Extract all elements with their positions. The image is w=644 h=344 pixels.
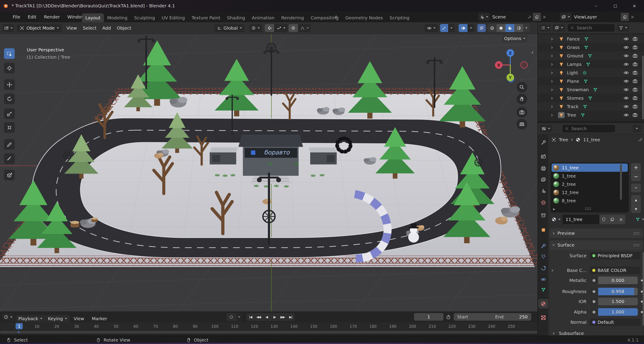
material-slot[interactable]: 11_tree (552, 164, 628, 172)
viewport-3d[interactable]: боравто (0, 22, 538, 312)
properties-editor-button[interactable] (540, 125, 552, 132)
base-color-button[interactable]: BASE COLOR (590, 267, 640, 274)
proportional-edit-toggle[interactable] (288, 24, 298, 32)
orientation-dropdown[interactable]: Global (214, 24, 245, 32)
tool-cursor[interactable] (4, 63, 15, 73)
workspace-tab[interactable]: Animation (248, 13, 278, 22)
outliner-row[interactable]: Track (538, 102, 644, 111)
outliner-row[interactable]: Snowman (538, 85, 644, 94)
add-workspace-button[interactable]: + (334, 11, 338, 22)
unlink-material-button[interactable] (616, 215, 625, 224)
playback-button[interactable]: |◀ (246, 315, 254, 319)
render-camera-icon[interactable] (632, 45, 638, 50)
zoom-icon[interactable] (516, 82, 527, 93)
expand-icon[interactable] (551, 112, 555, 118)
preview-panel-header[interactable]: Preview (550, 228, 643, 238)
properties-tab[interactable] (538, 252, 548, 261)
outliner-row[interactable]: Ground (538, 52, 644, 60)
slot-specials-dropdown[interactable] (631, 183, 641, 192)
xray-toggle[interactable] (477, 24, 486, 32)
outliner-search[interactable] (568, 24, 614, 32)
metallic-slider[interactable]: 0.000 (590, 277, 638, 284)
slot-list-resize-grip[interactable] (585, 207, 592, 210)
outliner-filter-button[interactable] (617, 24, 629, 32)
roughness-slider[interactable]: 0.958 (590, 288, 638, 295)
outliner-row[interactable]: Stomes (538, 94, 644, 102)
outliner-row[interactable]: Grass (538, 43, 644, 52)
render-camera-icon[interactable] (632, 62, 638, 67)
material-slot[interactable]: 1_tree (552, 172, 628, 180)
workspace-tab[interactable]: Sculpting (131, 13, 158, 22)
outliner-scrollbar[interactable] (642, 56, 644, 119)
shading-solid-button[interactable] (496, 24, 506, 32)
menu-item[interactable]: Render (40, 11, 64, 22)
mode-dropdown[interactable]: Object Mode (17, 24, 62, 32)
autokey-toggle[interactable] (226, 313, 236, 321)
properties-tab[interactable] (538, 263, 548, 273)
playback-button[interactable]: ▶ (270, 315, 278, 319)
scene-name-field[interactable]: Scene (490, 13, 526, 21)
playback-button[interactable]: ◀ (262, 315, 270, 319)
properties-tab[interactable] (538, 275, 548, 284)
playhead[interactable]: 1 (16, 323, 23, 329)
material-slot[interactable]: 2_tree (552, 180, 628, 188)
render-camera-icon[interactable] (632, 112, 638, 118)
current-frame-field[interactable]: 1 (414, 313, 444, 321)
fake-user-shield-button[interactable] (600, 215, 608, 224)
stopwatch-icon[interactable] (446, 314, 451, 320)
pan-hand-icon[interactable] (516, 94, 527, 104)
alpha-slider[interactable]: 1.000 (590, 308, 638, 316)
outliner-display-mode[interactable] (553, 24, 565, 32)
render-camera-icon[interactable] (632, 53, 638, 58)
properties-search[interactable] (562, 125, 615, 132)
keying-menu[interactable]: Keying (45, 315, 70, 323)
surface-shader-button[interactable]: Principled BSDF (590, 252, 640, 259)
workspace-tab[interactable]: Texture Paint (188, 13, 224, 22)
tool-measure[interactable] (4, 153, 15, 164)
playback-menu[interactable]: Playback (16, 315, 45, 323)
render-camera-icon[interactable] (632, 79, 638, 84)
outliner-row[interactable]: Fance (538, 35, 644, 43)
navigation-gizmo[interactable]: Y Z X (490, 44, 532, 85)
expand-icon[interactable] (551, 95, 555, 101)
move-slot-up-button[interactable] (631, 195, 641, 204)
pin-icon[interactable] (638, 137, 643, 142)
hide-eye-icon[interactable] (624, 79, 629, 84)
properties-tab[interactable] (538, 210, 548, 220)
menu-item[interactable]: Edit (24, 11, 40, 22)
move-slot-down-button[interactable] (631, 204, 641, 213)
panel-grip[interactable] (633, 232, 640, 235)
render-camera-icon[interactable] (632, 36, 638, 42)
hide-eye-icon[interactable] (624, 95, 629, 101)
properties-search-input[interactable] (571, 126, 612, 132)
normal-button[interactable]: Default (590, 318, 640, 326)
remove-slot-button[interactable] (631, 172, 641, 181)
workspace-tab[interactable]: Rendering (278, 13, 307, 22)
sidebar-collapse-icon[interactable]: ‹ (531, 49, 534, 56)
hide-eye-icon[interactable] (624, 45, 629, 50)
viewlayer-icon[interactable] (560, 13, 571, 21)
hide-eye-icon[interactable] (624, 62, 629, 67)
properties-tab[interactable] (538, 175, 548, 184)
playback-button[interactable]: ▶▶ (278, 315, 286, 319)
hide-eye-icon[interactable] (624, 87, 629, 92)
viewport-menu-item[interactable]: View (64, 25, 80, 31)
hide-eye-icon[interactable] (624, 36, 629, 42)
properties-tab[interactable] (538, 285, 548, 294)
properties-tab[interactable] (538, 164, 548, 173)
viewlayer-copy-button[interactable] (621, 13, 629, 21)
editor-type-button[interactable] (3, 24, 14, 32)
visibility-dropdown[interactable] (424, 24, 438, 32)
playback-button[interactable]: ▶| (286, 315, 294, 319)
proportional-falloff-dropdown[interactable] (298, 24, 311, 32)
outliner-row[interactable]: Tree (538, 111, 644, 119)
hide-eye-icon[interactable] (624, 104, 629, 109)
slot-list-scrollbar[interactable] (620, 164, 622, 200)
frame-end-field[interactable]: End250 (492, 313, 531, 321)
viewport-menu-item[interactable]: Object (114, 25, 134, 31)
properties-tab[interactable] (538, 299, 548, 308)
viewport-menu-item[interactable]: Add (100, 25, 114, 31)
snap-toggle[interactable] (265, 24, 274, 32)
expand-icon[interactable] (551, 79, 555, 84)
overlays-dropdown[interactable] (468, 24, 475, 32)
